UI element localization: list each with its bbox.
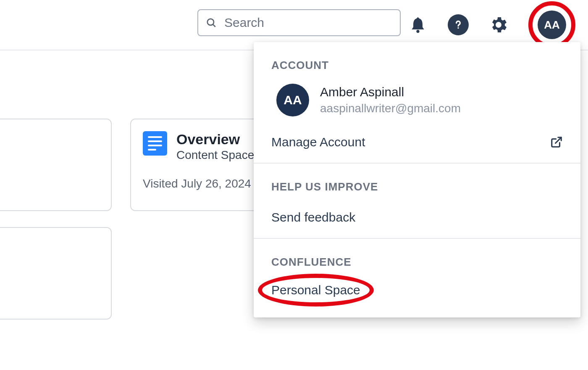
search-icon <box>206 17 217 28</box>
svg-point-0 <box>207 19 214 25</box>
account-email: aaspinallwriter@gmail.com <box>320 102 461 115</box>
help-button[interactable] <box>448 14 469 35</box>
avatar-initials: AA <box>544 18 560 32</box>
settings-button[interactable] <box>488 14 509 35</box>
search-field[interactable] <box>197 9 401 36</box>
menu-send-feedback[interactable]: Send feedback <box>254 201 580 234</box>
card-title: Overview <box>176 131 254 148</box>
svg-point-2 <box>416 30 419 33</box>
recent-card[interactable] <box>0 119 112 211</box>
profile-dropdown: ACCOUNT AA Amber Aspinall aaspinallwrite… <box>254 42 580 317</box>
menu-item-label: Personal Space <box>262 280 370 301</box>
profile-avatar-button[interactable]: AA <box>538 11 566 39</box>
avatar-icon: AA <box>276 84 309 116</box>
search-input[interactable] <box>224 16 392 30</box>
section-label-confluence: CONFLUENCE <box>254 239 580 276</box>
topbar-actions: AA <box>407 1 575 48</box>
external-link-icon <box>550 136 563 148</box>
question-icon <box>453 19 464 30</box>
document-icon <box>143 131 167 156</box>
section-label-account: ACCOUNT <box>254 42 580 79</box>
recent-card[interactable] <box>0 227 112 320</box>
notifications-button[interactable] <box>407 14 428 35</box>
gear-icon <box>488 15 509 35</box>
menu-personal-space[interactable]: Personal Space <box>262 280 370 301</box>
account-name: Amber Aspinall <box>320 85 461 99</box>
svg-line-1 <box>213 24 215 26</box>
section-label-improve: HELP US IMPROVE <box>254 164 580 201</box>
svg-point-3 <box>457 27 459 29</box>
menu-item-label: Send feedback <box>271 210 355 225</box>
bell-icon <box>409 16 427 34</box>
menu-manage-account[interactable]: Manage Account <box>254 126 580 159</box>
account-info: AA Amber Aspinall aaspinallwriter@gmail.… <box>254 79 580 126</box>
avatar-highlight: AA <box>528 1 575 48</box>
menu-item-label: Manage Account <box>271 135 365 149</box>
card-subtitle: Content Space <box>176 148 254 162</box>
